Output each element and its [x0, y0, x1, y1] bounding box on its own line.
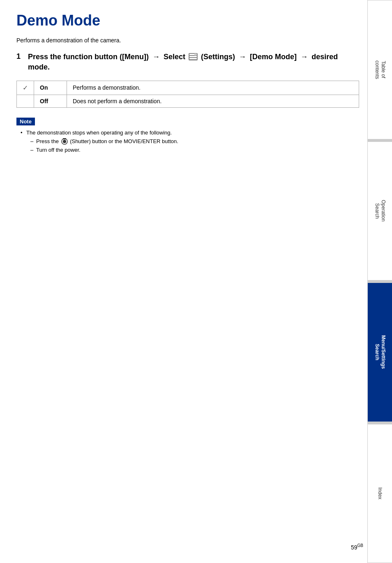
step-text-after: [Demo Mode] [250, 53, 297, 61]
note-item: The demonstration stops when operating a… [21, 129, 359, 155]
page-title: Demo Mode [16, 12, 359, 29]
note-list: The demonstration stops when operating a… [16, 129, 359, 155]
main-content: Demo Mode Performs a demonstration of th… [16, 0, 359, 181]
option-on-label: On [40, 84, 48, 91]
arrow-1: → [152, 53, 160, 61]
sub-list: Press the (Shutter) button or the MOVIE/… [26, 137, 359, 155]
note-section: Note The demonstration stops when operat… [16, 118, 359, 155]
svg-point-6 [63, 140, 66, 143]
step-text: Press the function button ([Menu]) → Sel… [28, 52, 359, 72]
step-settings-label: (Settings) [201, 53, 235, 61]
step-number: 1 [16, 52, 23, 61]
svg-rect-2 [189, 56, 197, 57]
shutter-icon [61, 138, 68, 145]
sidebar-tab-operation[interactable]: OperationSearch [367, 142, 392, 281]
note-label: Note [16, 118, 35, 125]
sidebar-nav: Table ofcontents OperationSearch Menu/Se… [367, 0, 392, 563]
step-section: 1 Press the function button ([Menu]) → S… [16, 52, 359, 72]
arrow-3: → [300, 53, 308, 61]
check-icon-cell: ✓ [17, 81, 34, 95]
svg-rect-4 [194, 53, 197, 56]
settings-icon [189, 53, 198, 60]
table-row: Off Does not perform a demonstration. [17, 95, 359, 107]
checkmark-icon: ✓ [23, 84, 28, 91]
page-suffix: GB [357, 543, 363, 548]
intro-text: Performs a demonstration of the camera. [16, 37, 359, 44]
note-item-text: The demonstration stops when operating a… [26, 130, 172, 136]
page-number: 59GB [351, 543, 363, 551]
svg-rect-3 [189, 58, 197, 59]
step-text-before: Press the function button ([Menu]) [28, 53, 149, 61]
option-off-label: Off [40, 98, 48, 104]
sidebar-tab-index[interactable]: Index [367, 424, 392, 563]
page-number-value: 59 [351, 544, 357, 551]
sub-list-item: Press the (Shutter) button or the MOVIE/… [30, 137, 359, 146]
options-table: ✓ On Performs a demonstration. Off Does … [16, 81, 359, 108]
option-on-cell: On [34, 81, 67, 95]
sidebar-tab-menu[interactable]: Menu/SettingsSearch [367, 283, 392, 422]
table-row: ✓ On Performs a demonstration. [17, 81, 359, 95]
sidebar-tab-toc[interactable]: Table ofcontents [367, 0, 392, 139]
step-text-select: Select [164, 53, 185, 61]
empty-icon-cell [17, 95, 34, 107]
option-off-desc: Does not perform a demonstration. [67, 95, 359, 107]
svg-rect-7 [63, 138, 66, 139]
option-on-desc: Performs a demonstration. [67, 81, 359, 95]
option-off-cell: Off [34, 95, 67, 107]
sub-list-item: Turn off the power. [30, 146, 359, 155]
arrow-2: → [239, 53, 246, 61]
